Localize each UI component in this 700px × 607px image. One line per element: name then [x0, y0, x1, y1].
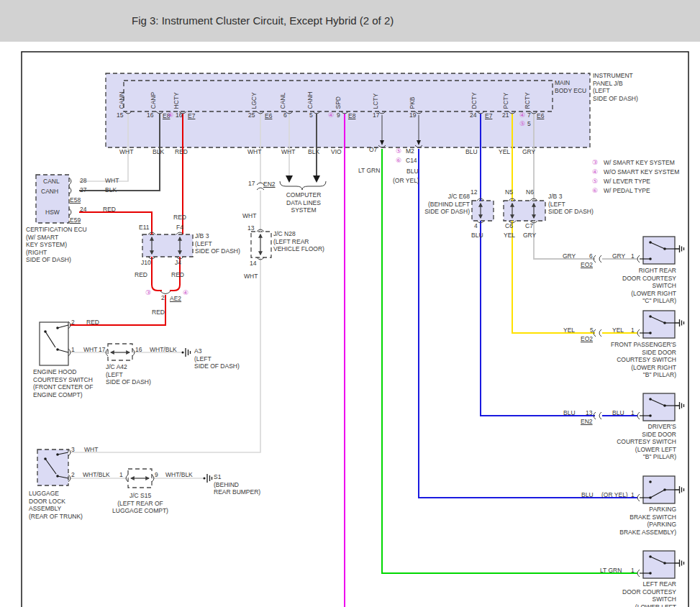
jb3l-red-top: RED — [173, 214, 186, 222]
pin-pkb: PKB — [409, 96, 417, 109]
n28-pin-13: 13 — [247, 224, 254, 232]
lug-whtblk-2: WHT/BLK — [165, 471, 193, 479]
pin-lgcy: LGCY — [250, 92, 258, 109]
sw1-gry-a: GRY — [563, 252, 576, 260]
pin-num-17: 17 — [373, 111, 379, 119]
wire-yel-1: YEL — [499, 148, 510, 156]
cert-ecu-caption: CERTIFICATION ECU (W/ SMART KEY SYSTEM) … — [26, 226, 87, 264]
conn-e58: E58 — [70, 196, 81, 204]
conn-e7b: E7 — [485, 112, 492, 120]
wire-red-1: RED — [175, 148, 188, 156]
jb3r-caption: J/B 3 (LEFT SIDE OF DASH) — [548, 193, 594, 216]
cert-pin-canl: CANL — [43, 178, 60, 186]
sw2-pin-5: 5 — [590, 327, 594, 334]
pin-num-9: 9 — [337, 111, 340, 119]
wire-vio: VIO — [331, 148, 342, 156]
sw2-pin-1: 1 — [631, 327, 635, 334]
figure-title-bar: Fig 3: Instrument Cluster Circuit, Excep… — [0, 0, 700, 42]
gnd-a3-caption: A3 (LEFT SIDE OF DASH) — [194, 347, 240, 370]
pin-canl: CANL — [279, 93, 287, 109]
sw1-pin-6: 6 — [589, 252, 593, 260]
cert-num-24: 24 — [80, 206, 86, 214]
main-body-ecu-label: MAIN BODY ECU — [555, 79, 586, 94]
note-4b: ④ — [328, 111, 334, 119]
legend-3-num: ③ — [592, 159, 598, 167]
sw2-caption: FRONT PASSENGER'S SIDE DOOR COURTESY SWI… — [568, 341, 676, 379]
cert-pin-canh: CANH — [41, 188, 58, 196]
pin-num-25: 25 — [248, 111, 255, 119]
wire-wht-2: WHT — [247, 148, 261, 156]
wire-oryel-1: (OR YEL) — [393, 177, 419, 185]
cert-wht: WHT — [105, 177, 119, 185]
jb3l-red-a: RED — [135, 271, 147, 279]
pin-hcty: HCTY — [173, 92, 181, 109]
sw3-pin-1: 1 — [631, 409, 635, 417]
pin-lcty: LCTY — [372, 93, 380, 109]
pin-num-5: 5 — [309, 111, 313, 119]
e68-caption: J/C E68 (BEHIND LEFT SIDE OF DASH) — [406, 193, 470, 216]
jb3l-caption: J/B 3 (LEFT SIDE OF DASH) — [195, 232, 240, 255]
sw4-oryel: (OR YEL) — [601, 491, 628, 499]
pin-num-7: 7 — [527, 111, 531, 119]
e68-pin-4: 4 — [474, 222, 478, 230]
lug-whtblk-1: WHT/BLK — [83, 471, 110, 479]
hood-pin-1: 1 — [71, 346, 75, 354]
jb3l-pin-j10: J10 — [141, 259, 151, 267]
jb3l-pin-f4: F4 — [176, 224, 183, 232]
sw4-pin-1: 1 — [631, 491, 635, 499]
s15-caption: J/C S15 (LEFT REAR OF LUGGAGE COMPT) — [101, 492, 180, 515]
lug-pin-3: 3 — [71, 446, 75, 454]
en2-pin-17: 17 — [248, 180, 255, 188]
sw1-caption: RIGHT REAR DOOR COURTESY SWITCH (LOWER R… — [568, 267, 676, 305]
legend-5-num: ⑤ — [592, 178, 598, 186]
jb3r-gry: GRY — [523, 232, 536, 239]
figure-title: Fig 3: Instrument Cluster Circuit, Excep… — [132, 14, 394, 27]
lug-wht: WHT — [84, 446, 98, 454]
cert-pin-hsw: HSW — [45, 209, 60, 216]
a42-pin-16: 16 — [135, 346, 142, 354]
note-4a: ④ — [168, 111, 173, 119]
ae2-pin-2: 2 — [161, 294, 165, 302]
pin-cann: CANN — [118, 91, 126, 109]
jb3r-pin-c6: C6 — [505, 222, 513, 230]
sw3-pin-13: 13 — [586, 409, 592, 417]
jb3l-pin-e11: E11 — [139, 224, 150, 232]
pin-rcty: RCTY — [524, 92, 532, 109]
jb3l-red-b: RED — [171, 271, 184, 279]
n28-caption: J/C N28 (LEFT REAR VEHICLE FLOOR) — [273, 230, 324, 253]
pin-num-16a: 16 — [147, 111, 153, 119]
sw3-caption: DRIVER'S SIDE DOOR COURTESY SWITCH (LOWE… — [568, 423, 676, 461]
jb3r-pin-c7: C7 — [525, 222, 533, 230]
sw5-ltgrn: LT GRN — [600, 567, 622, 575]
cert-num-27: 27 — [80, 186, 86, 194]
sw5-caption: LEFT REAR DOOR COURTESY SWITCH (LOWER LE… — [568, 580, 676, 607]
conn-e8b: E8 — [348, 112, 355, 120]
wiring-diagram-page: Fig 3: Instrument Cluster Circuit, Excep… — [0, 0, 700, 607]
note-4c: ④ — [519, 111, 525, 119]
wire-wht-1: WHT — [119, 148, 133, 156]
conn-m2: M2 — [406, 147, 414, 155]
jb3r-pin-n5: N5 — [505, 188, 513, 196]
legend-6-text: W/ PEDAL TYPE — [604, 187, 650, 195]
hood-caption: ENGINE HOOD COURTESY SWITCH (FRONT CENTE… — [33, 368, 93, 398]
ae2-red: RED — [152, 309, 165, 316]
sw5-pin-1: 1 — [631, 567, 635, 575]
gnd-s1-caption: S1 (BEHIND REAR BUMPER) — [214, 473, 260, 496]
legend-4-text: W/O SMART KEY SYSTEM — [604, 168, 679, 176]
n28-pin-14: 14 — [250, 260, 256, 268]
instrument-panel-jb-label: INSTRUMENT PANEL J/B (LEFT SIDE OF DASH) — [593, 72, 638, 102]
cert-blk: BLK — [105, 186, 117, 194]
labels-layer: INSTRUMENT PANEL J/B (LEFT SIDE OF DASH)… — [0, 42, 700, 607]
legend-4-num: ④ — [592, 168, 598, 176]
hood-pin-2: 2 — [71, 319, 75, 327]
pin-num-6: 6 — [283, 111, 287, 119]
conn-ae2: AE2 — [170, 295, 181, 303]
cert-red: RED — [103, 206, 116, 214]
sw2-yel-b: YEL — [612, 327, 624, 334]
pin-num-24: 24 — [470, 111, 476, 119]
cert-num-28: 28 — [80, 177, 86, 185]
conn-en2-mid: EN2 — [263, 181, 276, 188]
diagram-area: INSTRUMENT PANEL J/B (LEFT SIDE OF DASH)… — [0, 42, 700, 607]
note-5b: ⑤ — [396, 147, 401, 155]
pin-pcty: PCTY — [502, 93, 510, 109]
